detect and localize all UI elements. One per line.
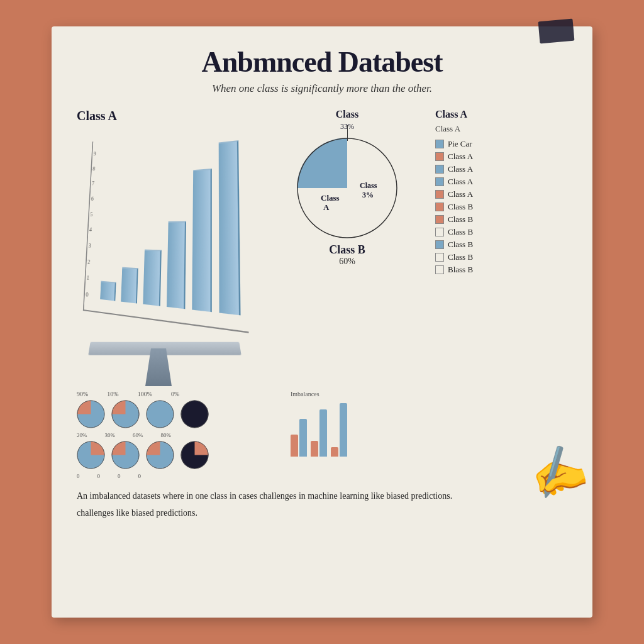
legend-box-10 [435, 265, 444, 274]
small-pies-row2 [77, 441, 278, 469]
legend-box-7 [435, 228, 444, 236]
bar-3 [143, 250, 161, 306]
small-bar-group-3 [331, 403, 347, 457]
bar-1 [100, 281, 116, 301]
bar-2 [121, 267, 138, 304]
subtitle: When one class is significantly more tha… [77, 82, 567, 95]
small-charts-row: 90% 10% 100% 0% 20% 30% 60% 80% [77, 391, 567, 479]
pie-class-b-pct-text: 3% [362, 191, 374, 199]
small-bar-group-2 [311, 409, 327, 457]
small-bar-a3 [331, 447, 338, 457]
legend-box-9 [435, 253, 444, 262]
bottom-text-1: An imbalanced datasets where in one clas… [77, 489, 567, 502]
legend-box-4 [435, 190, 444, 199]
small-pie-6 [111, 441, 140, 469]
bar-chart-title: Class A [77, 109, 265, 123]
bar-chart-3d: 0 1 2 3 4 5 6 7 8 9 [83, 121, 249, 333]
pie-class-b-text: Class [360, 181, 377, 190]
legend-box-0 [435, 140, 444, 148]
small-pies-row1 [77, 400, 278, 428]
pie-class-a-text2: A [323, 203, 330, 212]
small-pie-2 [111, 400, 140, 428]
bars-row [95, 133, 248, 316]
small-bars-section: Imbalances ✍️ [291, 391, 567, 479]
small-bar-a1 [291, 435, 298, 457]
small-pies-bot-labels: 0 0 0 0 [77, 473, 278, 479]
content-area: Class A 0 1 2 3 4 5 6 7 8 9 [77, 109, 567, 379]
legend-subtitle: Class A [435, 124, 567, 134]
legend-title: Class A [435, 109, 567, 120]
legend-box-1 [435, 152, 444, 161]
legend-item-4: Class A [435, 189, 567, 199]
small-pie-1 [77, 400, 105, 428]
annotation-line [347, 125, 348, 141]
small-bar-b2 [319, 409, 327, 457]
bar-6 [219, 140, 241, 315]
legend-item-1: Class A [435, 152, 567, 162]
bar-5 [192, 169, 212, 312]
bottom-text-section: An imbalanced datasets where in one clas… [77, 489, 567, 519]
bottom-text-2: challenges like biased predictions. [77, 506, 567, 519]
legend-box-5 [435, 203, 444, 211]
main-title: Anbmnced Databest [77, 45, 567, 79]
small-pies-top-labels: 90% 10% 100% 0% [77, 391, 278, 397]
small-bars-label: Imbalances [291, 391, 567, 397]
pie-class-a-text: Class [321, 193, 340, 203]
legend-item-2: Class A [435, 164, 567, 174]
small-pie-4 [180, 400, 209, 428]
legend-item-6: Class B [435, 214, 567, 225]
pie-class-b-pct: 60% [339, 257, 355, 267]
legend-section: Class A Class A Pie Car Class A Class A … [429, 109, 567, 379]
legend-item-8: Class B [435, 240, 567, 250]
bar-chart-container: 0 1 2 3 4 5 6 7 8 9 [77, 128, 253, 330]
small-bar-a2 [311, 441, 318, 457]
small-bars-row [291, 400, 567, 457]
small-bar-b3 [340, 403, 347, 457]
small-pies-section: 90% 10% 100% 0% 20% 30% 60% 80% [77, 391, 278, 479]
pie-class-b-label: Class B [329, 243, 365, 257]
legend-box-3 [435, 177, 444, 186]
pie-wrapper: Class A Class 3% [297, 138, 397, 238]
legend-item-3: Class A [435, 177, 567, 187]
legend-item-10: Blass B [435, 265, 567, 275]
y-axis-labels: 0 1 2 3 4 5 6 7 8 9 [86, 150, 96, 297]
tape [538, 19, 575, 44]
pie-chart-section: Class 33% Class A Class 3% [278, 109, 416, 379]
pie-svg: Class A Class 3% [297, 138, 397, 238]
bar-4 [167, 221, 186, 309]
legend-item-0: Pie Car [435, 139, 567, 149]
legend-item-9: Class B [435, 252, 567, 262]
paper: Anbmnced Databest When one class is sign… [52, 26, 592, 618]
small-bar-group-1 [291, 419, 307, 457]
legend-box-8 [435, 240, 444, 249]
bar-chart-section: Class A 0 1 2 3 4 5 6 7 8 9 [77, 109, 265, 379]
small-bar-b1 [299, 419, 307, 457]
small-pie-5 [77, 441, 105, 469]
small-pies-mid-labels: 20% 30% 60% 80% [77, 432, 278, 438]
small-pie-7 [146, 441, 174, 469]
legend-item-7: Class B [435, 227, 567, 237]
small-pie-8 [180, 441, 209, 469]
legend-box-6 [435, 215, 444, 224]
small-pie-3 [146, 400, 174, 428]
legend-box-2 [435, 165, 444, 174]
legend-item-5: Class B [435, 202, 567, 212]
